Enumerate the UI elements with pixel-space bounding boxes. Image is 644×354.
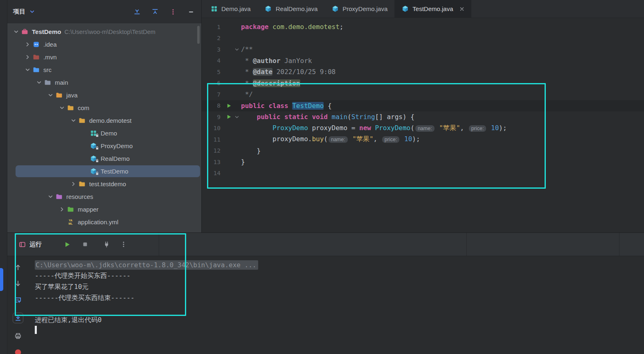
chevron-down-icon[interactable] xyxy=(57,105,66,110)
code-line[interactable]: 4 * @author JanYork xyxy=(202,55,644,67)
console-output-text: 进程已结束,退出代码0 xyxy=(35,316,101,325)
chevron-right-icon[interactable] xyxy=(57,207,66,212)
run-line-icon[interactable] xyxy=(225,103,233,108)
code-token: new xyxy=(359,124,371,132)
scroll-down-icon[interactable] xyxy=(14,280,22,287)
stop-process-icon[interactable] xyxy=(14,349,22,354)
tree-item-idea[interactable]: .idea xyxy=(7,38,201,51)
scroll-to-end-icon[interactable] xyxy=(13,313,23,323)
code-line[interactable]: 13} xyxy=(202,156,644,168)
tab-label: ProxyDemo.java xyxy=(342,5,387,12)
code-line[interactable]: 11 proxyDemo.buy(name: "苹果", price: 10); xyxy=(202,134,644,145)
editor-tab-bar: Demo.javaRealDemo.javaProxyDemo.javaTest… xyxy=(202,0,644,18)
expand-all-icon[interactable] xyxy=(133,8,141,16)
code-text: } xyxy=(241,158,245,166)
tree-item-testdemo[interactable]: TestDemo xyxy=(7,165,201,178)
tool-window-stripe xyxy=(0,0,7,354)
chevron-right-icon[interactable] xyxy=(23,42,32,47)
chevron-down-icon[interactable] xyxy=(69,118,78,123)
parameter-hint: name: xyxy=(415,125,435,132)
chevron-right-icon[interactable] xyxy=(69,181,78,187)
soft-wrap-icon[interactable] xyxy=(14,296,22,304)
tree-item-mapper[interactable]: mapper xyxy=(7,203,201,216)
tab-demo-java[interactable]: Demo.java xyxy=(203,0,258,18)
chevron-down-icon[interactable] xyxy=(11,29,20,34)
parameter-hint: name: xyxy=(329,136,348,143)
tree-item-demo[interactable]: Demo xyxy=(7,127,201,140)
tree-item-java[interactable]: java xyxy=(7,89,201,101)
code-token: 10 xyxy=(491,124,499,132)
run-more-options-icon[interactable] xyxy=(118,239,129,250)
class-cube-icon xyxy=(401,5,409,13)
resources-folder-icon xyxy=(55,193,63,200)
collapse-all-icon[interactable] xyxy=(151,8,159,16)
tree-item-src[interactable]: src xyxy=(7,63,201,76)
tree-item-demo-demotest[interactable]: demo.demotest xyxy=(7,114,201,127)
code-token: package xyxy=(241,23,268,31)
tree-item-proxydemo[interactable]: ProxyDemo xyxy=(7,140,201,152)
code-line[interactable]: 5 * @date 2022/10/25 9:08 xyxy=(202,66,644,78)
active-toolwindow-indicator[interactable] xyxy=(0,268,3,291)
line-number: 12 xyxy=(202,147,221,154)
print-icon[interactable] xyxy=(14,332,22,340)
class-cube-icon xyxy=(89,142,98,149)
tab-proxydemo-java[interactable]: ProxyDemo.java xyxy=(324,0,394,18)
code-text: public static void main(String[] args) { xyxy=(241,113,414,121)
rerun-button[interactable] xyxy=(61,239,73,250)
code-line[interactable]: 8public class TestDemo { xyxy=(202,100,644,112)
tree-item-com[interactable]: com xyxy=(7,101,201,114)
tree-item-label: RealDemo xyxy=(101,155,130,162)
code-line[interactable]: 3/** xyxy=(202,44,644,55)
code-line[interactable]: 6 * @description xyxy=(202,78,644,89)
code-editor[interactable]: 1package com.demo.demotest;23/**4 * @aut… xyxy=(202,18,644,232)
line-number: 11 xyxy=(202,136,221,143)
tree-item-label: src xyxy=(43,66,52,73)
code-text: public class TestDemo { xyxy=(241,102,332,110)
code-token: com.demo.demotest xyxy=(272,23,340,31)
tab-testdemo-java[interactable]: TestDemo.java xyxy=(394,0,471,18)
code-token: 2022/10/25 9:08 xyxy=(272,68,336,76)
code-token: proxyDemo = xyxy=(308,124,359,132)
chevron-down-icon[interactable] xyxy=(28,8,36,16)
code-line[interactable]: 2 xyxy=(202,33,644,44)
tab-realdemo-java[interactable]: RealDemo.java xyxy=(258,0,325,18)
tree-item-application-yml[interactable]: YAMLapplication.yml xyxy=(7,216,201,228)
code-line[interactable]: 12 } xyxy=(202,145,644,157)
fold-chevron-icon[interactable] xyxy=(233,115,241,120)
chevron-down-icon[interactable] xyxy=(46,92,55,98)
fold-chevron-icon[interactable] xyxy=(233,47,241,52)
hide-panel-icon[interactable] xyxy=(187,8,195,16)
stop-button[interactable] xyxy=(79,239,91,250)
tree-item-main[interactable]: main xyxy=(7,76,201,89)
tree-item-mvn[interactable]: .mvn xyxy=(7,51,201,63)
code-line[interactable]: 7 */ xyxy=(202,89,644,100)
project-panel-title[interactable]: 项目 xyxy=(13,8,25,16)
code-line[interactable]: 14 xyxy=(202,168,644,179)
code-token: , xyxy=(460,124,468,132)
code-line[interactable]: 10 ProxyDemo proxyDemo = new ProxyDemo(n… xyxy=(202,123,644,134)
lock-badge-icon xyxy=(95,131,99,138)
code-text: ProxyDemo proxyDemo = new ProxyDemo(name… xyxy=(241,124,507,133)
tree-item-test-testdemo[interactable]: test.testdemo xyxy=(7,178,201,190)
scroll-up-icon[interactable] xyxy=(14,264,22,271)
tree-item-resources[interactable]: resources xyxy=(7,190,201,203)
code-line[interactable]: 1package com.demo.demotest; xyxy=(202,21,644,33)
close-tab-icon[interactable] xyxy=(459,7,464,11)
more-options-icon[interactable] xyxy=(169,8,177,16)
attach-debugger-icon[interactable] xyxy=(101,239,112,250)
tree-item-realdemo[interactable]: RealDemo xyxy=(7,152,201,165)
class-grid-icon xyxy=(210,5,218,13)
run-line-icon[interactable] xyxy=(225,114,233,120)
chevron-down-icon[interactable] xyxy=(46,194,55,199)
chevron-down-icon[interactable] xyxy=(23,67,32,72)
tree-item-testdemo[interactable]: TestDemoC:\Users\woo-m\Desktop\TestDem xyxy=(7,25,201,38)
chevron-down-icon[interactable] xyxy=(34,80,43,85)
run-toolwindow-tab[interactable]: 运行 xyxy=(18,241,42,248)
console-output[interactable]: C:\Users\woo-m\.jdks\corretto-1.8.0_342\… xyxy=(29,256,644,354)
tree-item-label: test.testdemo xyxy=(89,180,126,187)
chevron-right-icon[interactable] xyxy=(23,54,32,60)
code-token xyxy=(371,124,375,132)
console-gutter xyxy=(7,256,29,354)
code-token: "苹果" xyxy=(439,124,460,132)
code-line[interactable]: 9 public static void main(String[] args)… xyxy=(202,111,644,123)
